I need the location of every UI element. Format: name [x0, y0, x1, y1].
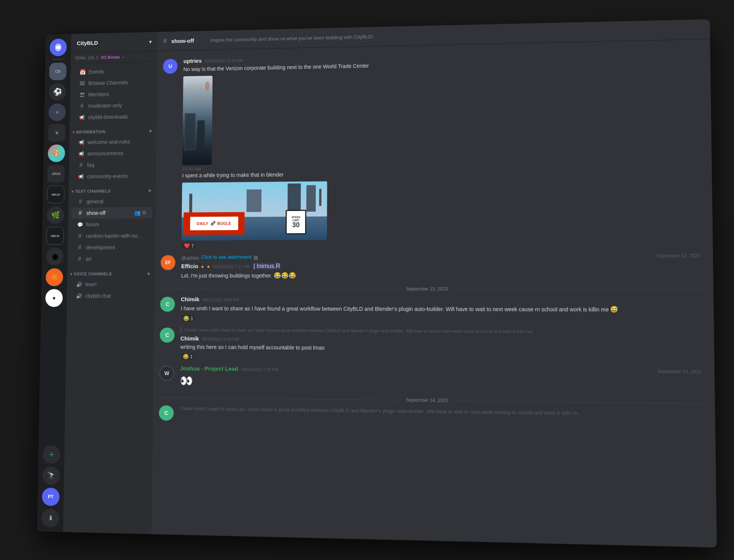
- divider-text: September 13, 2023: [406, 286, 448, 292]
- hash-icon-2: #: [78, 162, 84, 169]
- server-icon-dark[interactable]: ◉: [46, 247, 63, 265]
- channel-show-off-label: show-off: [86, 209, 132, 216]
- channel-citybld-chat-label: citybld-chat: [85, 293, 146, 299]
- reaction-laugh-emoji: 😂: [183, 315, 189, 321]
- avatar-last: C: [159, 405, 174, 420]
- attachment-preview: @uptries Click to see attachment 🖼: [181, 253, 650, 261]
- channel-moderator-only[interactable]: # moderator-only: [73, 99, 154, 111]
- nav-item-browse[interactable]: Browse Channels: [73, 76, 154, 89]
- category-text-channels[interactable]: ▾ TEXT CHANNELS +: [69, 182, 156, 196]
- svg-point-5: [83, 93, 84, 94]
- category-text-add-button[interactable]: +: [147, 188, 153, 194]
- message-text-chimik1: I have smth I want to share as I have fo…: [181, 304, 707, 314]
- category-voice-add-button[interactable]: +: [146, 271, 152, 277]
- reaction-laugh[interactable]: 😂 1: [180, 314, 196, 322]
- channel-development[interactable]: # development: [71, 242, 152, 253]
- channel-general[interactable]: # general: [71, 195, 153, 207]
- server-icon-helix2[interactable]: HELIX: [46, 227, 64, 245]
- server-icon-citybld[interactable]: CB: [49, 62, 67, 80]
- channel-settings: 👥 ⚙: [134, 209, 147, 216]
- message-ts-chimik2: 09/13/2023 5:59 PM: [202, 337, 239, 341]
- tall-building-image[interactable]: [182, 76, 213, 165]
- nav-item-events[interactable]: 📅 Events: [73, 65, 154, 78]
- server-icon-download[interactable]: ⬇: [42, 508, 59, 527]
- attachment-link[interactable]: Click to see attachment: [201, 254, 251, 260]
- channel-forum[interactable]: 💬 forum: [71, 218, 153, 230]
- boost-goal: GOAL: LVL 1: [75, 55, 98, 60]
- server-icon-img1[interactable]: ≡: [49, 103, 66, 121]
- emoji-laugh: 😂😂😂: [273, 272, 296, 279]
- discord-window: CB ⚽ ≡ ≡ 🎨 OPUS HELIX 🌿 HELIX: [37, 19, 717, 547]
- message-content: uptries 08/25/2023 10:39 AM No way is th…: [181, 47, 706, 250]
- message-author-efficio: Efficio: [181, 263, 198, 269]
- mention-inimus: | Inimus.R: [253, 263, 281, 269]
- server-icon-explore[interactable]: 🔭: [42, 466, 60, 485]
- channel-random-label: random-banter-with-no...: [86, 232, 146, 239]
- divider-sep14-text: September 14, 2023: [406, 397, 448, 403]
- daily-bugle-image[interactable]: DAILY 🗞 BUGLE SPEEDLIMIT 30: [182, 181, 327, 240]
- channel-faq[interactable]: # faq: [72, 159, 153, 170]
- reaction-bar-chimik: 😂 1: [180, 314, 707, 324]
- main-content: # show-off | Inspire the community and s…: [151, 19, 717, 547]
- channel-community-events[interactable]: 📢 community-events: [72, 170, 153, 182]
- category-add-button[interactable]: +: [148, 128, 153, 134]
- server-icon-opus[interactable]: OPUS: [47, 165, 65, 183]
- forum-icon: 💬: [77, 221, 83, 228]
- channel-team[interactable]: 🔊 team: [70, 279, 152, 290]
- channel-citybld-downloads[interactable]: 📢 citybld-downloads: [73, 110, 154, 123]
- server-name: CityBLD: [77, 38, 146, 46]
- reaction-laugh2[interactable]: 😂 1: [180, 352, 195, 360]
- category-voice-label: VOICE CHANNELS: [74, 271, 112, 276]
- channel-welcome-label: welcome-and-rules: [88, 138, 148, 145]
- channel-show-off[interactable]: # show-off 👥 ⚙: [71, 207, 153, 218]
- nav-item-members[interactable]: Members: [73, 88, 154, 100]
- server-icon-white[interactable]: ●: [45, 289, 63, 307]
- announcement-icon: 📢: [78, 114, 85, 121]
- boost-bar[interactable]: GOAL: LVL 1 0/2 Boosts ›: [71, 51, 157, 63]
- server-bottom: + 🔭 PT ⬇: [42, 445, 60, 527]
- message-author-joshua: Joshua - Project Lead: [180, 365, 238, 372]
- channel-faq-label: faq: [87, 161, 147, 168]
- hash-icon: #: [79, 102, 85, 109]
- reaction-laugh-count: 1: [191, 316, 193, 321]
- server-icon-lines[interactable]: ≡: [48, 123, 66, 141]
- date-divider-sep13: September 13, 2023: [154, 283, 713, 295]
- channel-art[interactable]: # art: [70, 253, 152, 265]
- settings-icon[interactable]: ⚙: [142, 209, 147, 216]
- reaction-bar: ❤️ 7: [181, 240, 706, 250]
- channel-announcements[interactable]: 📢 announcements: [72, 147, 153, 159]
- message-header-chimik2: Chimik 09/13/2023 5:59 PM: [180, 335, 708, 344]
- hash-icon-showoff: #: [77, 209, 83, 216]
- members-count-icon: 👥: [134, 209, 140, 216]
- channel-welcome[interactable]: 📢 welcome-and-rules: [72, 136, 153, 148]
- divider-sep14-left: [159, 397, 401, 400]
- server-icon-colorful[interactable]: 🎨: [48, 144, 65, 162]
- reaction-count: 7: [192, 243, 194, 248]
- message-text-efficio: Lol, I'm just throwing buildings togethe…: [181, 271, 650, 280]
- messages-area[interactable]: U uptries 08/25/2023 10:39 AM No way is …: [151, 39, 717, 547]
- server-icon-leaves[interactable]: 🌿: [47, 206, 64, 224]
- add-server-button[interactable]: +: [42, 445, 60, 463]
- channel-random-banter[interactable]: # random-banter-with-no...: [71, 230, 152, 242]
- server-header[interactable]: CityBLD ▾: [71, 32, 158, 53]
- category-information[interactable]: ▾ INFORMATION +: [70, 122, 156, 136]
- voice-icon-chat: 🔊: [76, 292, 82, 299]
- server-icon-orange[interactable]: 🔆: [45, 268, 63, 286]
- server-icon-soccer[interactable]: ⚽: [49, 83, 67, 101]
- message-group-efficio: EF @uptries Click to see attachment 🖼 Ef…: [154, 251, 713, 281]
- server-icon-pt[interactable]: PT: [42, 487, 59, 506]
- message-timestamp: 08/25/2023 10:39 AM: [205, 58, 243, 63]
- reaction-heart[interactable]: ❤️ 7: [181, 242, 196, 250]
- server-icon-helix1[interactable]: HELIX: [47, 185, 65, 203]
- message-text-chimik2: writing this here so I can hold myself a…: [180, 343, 708, 354]
- server-icon-home[interactable]: [50, 38, 67, 56]
- message-content-chimik2: Chimik I have smth I want to share as I …: [180, 327, 708, 364]
- reaction-bar-chimik2: 😂 1: [180, 352, 708, 364]
- channel-hash: #: [163, 37, 167, 45]
- svg-rect-1: [80, 81, 85, 82]
- date-label-sep14: September 14, 2023: [657, 368, 708, 394]
- message-text-joshua: 👀: [180, 373, 651, 393]
- category-voice-channels[interactable]: ▾ VOICE CHANNELS +: [67, 265, 155, 278]
- channel-citybld-chat[interactable]: 🔊 citybld-chat: [70, 290, 152, 302]
- message-ts-joshua: 09/13/2023 7:14 PM: [241, 367, 278, 372]
